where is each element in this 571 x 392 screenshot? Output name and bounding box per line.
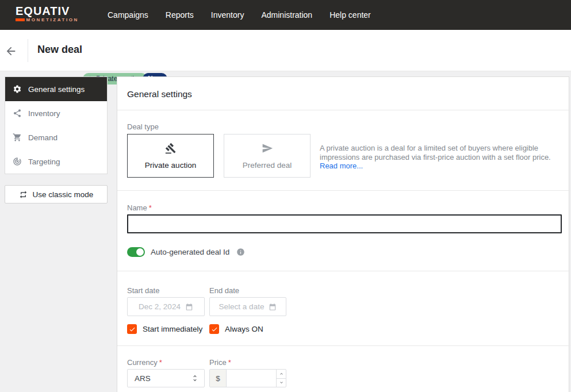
divider — [117, 271, 570, 271]
sidebar-item-general-settings[interactable]: General settings — [5, 77, 107, 101]
divider — [117, 190, 570, 191]
spinner-up-button[interactable] — [277, 370, 286, 379]
auto-deal-id-label: Auto-generated deal Id — [151, 248, 229, 256]
always-on-checkbox-row[interactable]: Always ON — [209, 324, 263, 334]
back-arrow-icon[interactable] — [5, 45, 17, 57]
nav-item-reports[interactable]: Reports — [166, 10, 194, 20]
gear-icon — [13, 84, 22, 94]
start-immediately-checkbox[interactable] — [127, 324, 137, 334]
required-asterisk: * — [149, 203, 152, 212]
gavel-icon — [165, 143, 177, 154]
chevron-down-icon — [279, 380, 284, 385]
send-icon — [262, 143, 273, 154]
name-input[interactable] — [127, 214, 562, 233]
top-nav: EQUATIV MONETIZATION Campaigns Reports I… — [0, 0, 571, 30]
sidebar-item-label: Demand — [28, 133, 58, 142]
divider — [117, 110, 570, 110]
currency-select[interactable]: ARS — [127, 369, 205, 387]
check-icon — [129, 326, 136, 333]
end-date-input[interactable]: Select a date — [209, 297, 286, 316]
nav-item-campaigns[interactable]: Campaigns — [108, 10, 148, 20]
deal-type-option-label: Private auction — [145, 161, 196, 170]
start-immediately-checkbox-row[interactable]: Start immediately — [127, 324, 202, 334]
target-icon — [13, 157, 22, 166]
use-classic-mode-button[interactable]: Use classic mode — [5, 185, 108, 203]
check-icon — [211, 326, 218, 333]
nav-menu: Campaigns Reports Inventory Administrati… — [108, 0, 371, 30]
currency-label: Currency* — [127, 358, 162, 367]
use-classic-mode-label: Use classic mode — [33, 190, 94, 199]
toggle-knob — [136, 248, 144, 256]
sidebar-item-targeting[interactable]: Targeting — [5, 149, 107, 174]
sidebar-item-demand[interactable]: Demand — [5, 125, 107, 149]
chevron-up-icon — [279, 371, 284, 376]
sidebar-item-label: Inventory — [28, 109, 60, 118]
start-date-value: Dec 2, 2024 — [139, 302, 181, 311]
logo-orange-dash — [16, 18, 25, 21]
calendar-icon — [185, 303, 193, 311]
deal-type-description: A private auction is a deal for a limite… — [320, 144, 558, 162]
sidebar-item-label: General settings — [28, 85, 85, 94]
name-label: Name* — [127, 203, 152, 212]
app-window: EQUATIV MONETIZATION Campaigns Reports I… — [0, 0, 571, 392]
cart-icon — [13, 133, 22, 142]
price-spinner — [276, 370, 286, 387]
required-asterisk: * — [228, 358, 231, 367]
deal-type-label: Deal type — [127, 122, 159, 131]
deal-type-option-preferred-deal[interactable]: Preferred deal — [224, 134, 311, 178]
start-immediately-label: Start immediately — [143, 325, 202, 333]
currency-value: ARS — [135, 374, 191, 383]
auto-deal-id-toggle[interactable] — [127, 247, 145, 257]
always-on-checkbox[interactable] — [209, 324, 219, 334]
start-date-input[interactable]: Dec 2, 2024 — [127, 297, 205, 316]
swap-icon — [19, 190, 28, 199]
auto-deal-id-row: Auto-generated deal Id — [127, 247, 245, 257]
nav-item-administration[interactable]: Administration — [261, 10, 312, 20]
divider — [117, 345, 570, 346]
price-field-group: $ — [209, 369, 286, 387]
nav-item-help-center[interactable]: Help center — [329, 10, 371, 20]
share-icon — [13, 109, 22, 118]
equativ-logo[interactable]: EQUATIV MONETIZATION — [16, 5, 79, 22]
end-date-label: End date — [209, 286, 239, 295]
calendar-icon — [269, 303, 277, 311]
general-settings-panel: General settings Deal type Private aucti… — [117, 76, 569, 392]
price-currency-prefix: $ — [210, 370, 227, 387]
page-title: New deal — [37, 44, 82, 56]
logo-subtitle: MONETIZATION — [26, 17, 79, 22]
spinner-down-button[interactable] — [277, 379, 286, 387]
price-input[interactable] — [227, 370, 276, 387]
sidebar-item-inventory[interactable]: Inventory — [5, 101, 107, 125]
deal-type-option-label: Preferred deal — [243, 161, 292, 170]
start-date-label: Start date — [127, 286, 159, 295]
price-label: Price* — [209, 358, 231, 367]
required-asterisk: * — [159, 358, 162, 367]
deal-type-option-private-auction[interactable]: Private auction — [127, 134, 214, 178]
always-on-label: Always ON — [225, 325, 263, 333]
header-divider — [28, 39, 28, 62]
unfold-more-icon — [191, 374, 199, 382]
read-more-link[interactable]: Read more... — [320, 162, 363, 170]
logo-wordmark: EQUATIV — [16, 5, 79, 17]
sidebar-item-label: Targeting — [28, 157, 60, 166]
page-header: New deal Private auction New — [0, 30, 571, 71]
nav-item-inventory[interactable]: Inventory — [211, 10, 244, 20]
panel-heading: General settings — [127, 89, 192, 99]
info-icon[interactable] — [236, 248, 245, 256]
end-date-placeholder: Select a date — [219, 302, 265, 311]
settings-sidebar: General settings Inventory Demand Target… — [5, 76, 108, 174]
